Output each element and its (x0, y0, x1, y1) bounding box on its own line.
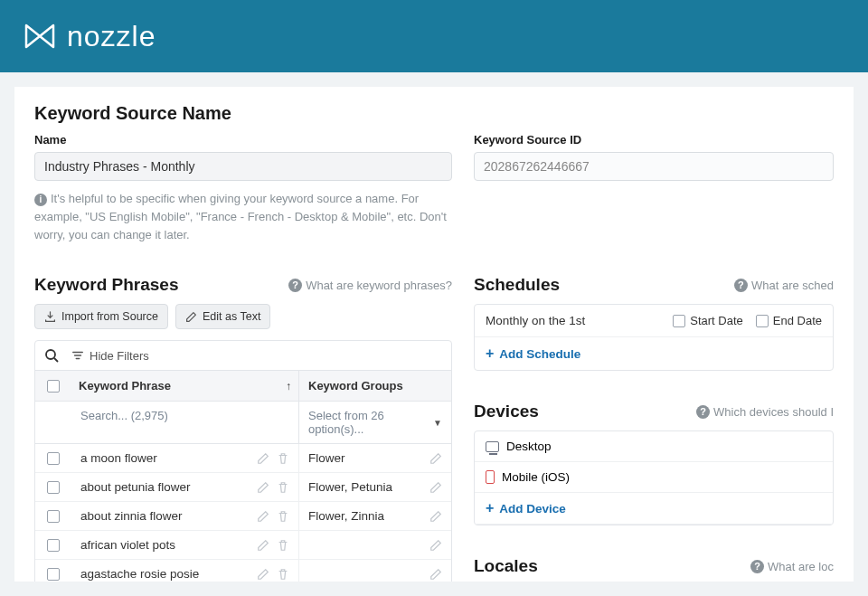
phrases-help[interactable]: ?What are keyword phrases? (288, 279, 452, 292)
name-hint: iIt's helpful to be specific when giving… (34, 190, 452, 244)
delete-row-icon[interactable] (277, 568, 289, 581)
help-icon: ? (734, 279, 748, 292)
phrase-text: african violet pots (80, 538, 175, 552)
help-icon: ? (750, 560, 764, 573)
start-date-checkbox[interactable]: Start Date (673, 314, 743, 327)
edit-row-icon[interactable] (257, 539, 269, 552)
row-checkbox[interactable] (35, 532, 71, 559)
id-label: Keyword Source ID (474, 133, 834, 147)
sort-asc-icon: ↑ (286, 380, 291, 393)
edit-row-icon[interactable] (257, 481, 269, 494)
phrases-title: Keyword Phrases (34, 275, 178, 295)
edit-groups-icon[interactable] (429, 452, 442, 465)
row-checkbox[interactable] (35, 503, 71, 530)
delete-row-icon[interactable] (277, 510, 289, 523)
phrase-text: about zinnia flower (80, 509, 183, 523)
id-input (474, 152, 834, 181)
col-keyword-phrase[interactable]: Keyword Phrase↑ (71, 371, 299, 401)
row-checkbox[interactable] (35, 445, 71, 472)
devices-title: Devices (474, 402, 539, 421)
help-icon: ? (696, 405, 710, 419)
phrases-table: Hide Filters Keyword Phrase↑ Keyword Gro… (34, 340, 452, 582)
info-icon: i (34, 194, 47, 206)
delete-row-icon[interactable] (277, 481, 289, 494)
groups-text: Flower, Petunia (308, 480, 392, 494)
chevron-down-icon: ▼ (433, 418, 442, 428)
edit-groups-icon[interactable] (429, 568, 442, 581)
delete-row-icon[interactable] (277, 539, 289, 552)
schedules-title: Schedules (474, 275, 560, 295)
mobile-icon (486, 470, 495, 484)
table-row: about petunia flowerFlower, Petunia (35, 473, 451, 502)
add-schedule-button[interactable]: +Add Schedule (486, 346, 580, 361)
add-device-button[interactable]: +Add Device (486, 501, 566, 516)
devices-help[interactable]: ?Which devices should I (696, 405, 834, 419)
page-title: Keyword Source Name (34, 103, 834, 124)
groups-text: Flower, Zinnia (308, 509, 384, 523)
search-icon[interactable] (44, 348, 59, 363)
delete-row-icon[interactable] (277, 452, 289, 465)
name-label: Name (34, 133, 452, 147)
hide-filters-button[interactable]: Hide Filters (71, 349, 149, 363)
edit-as-text-button[interactable]: Edit as Text (175, 304, 270, 329)
edit-row-icon[interactable] (257, 510, 269, 523)
device-mobile[interactable]: Mobile (iOS) (475, 462, 833, 493)
device-desktop[interactable]: Desktop (475, 431, 833, 462)
row-checkbox[interactable] (35, 474, 71, 501)
table-row: agastache rosie posie (35, 560, 451, 582)
schedules-help[interactable]: ?What are sched (734, 279, 834, 292)
edit-groups-icon[interactable] (429, 539, 442, 552)
phrase-search-input[interactable]: Search... (2,975) (71, 402, 299, 443)
desktop-icon (486, 441, 499, 452)
plus-icon: + (486, 501, 494, 516)
table-row: a moon flowerFlower (35, 444, 451, 473)
import-icon (44, 311, 56, 323)
phrase-text: a moon flower (80, 451, 157, 465)
table-row: about zinnia flowerFlower, Zinnia (35, 502, 451, 531)
groups-select[interactable]: Select from 26 option(s)...▼ (299, 402, 451, 443)
edit-row-icon[interactable] (257, 568, 269, 581)
schedule-item: Monthly on the 1st (486, 314, 585, 327)
locales-help[interactable]: ?What are loc (750, 560, 834, 573)
row-checkbox[interactable] (35, 561, 71, 582)
groups-text: Flower (308, 451, 345, 465)
plus-icon: + (486, 346, 494, 361)
help-icon: ? (288, 279, 302, 292)
edit-row-icon[interactable] (257, 452, 269, 465)
brand-name: nozzle (67, 20, 156, 53)
name-input[interactable] (34, 152, 452, 181)
app-header: nozzle (0, 0, 868, 72)
import-from-source-button[interactable]: Import from Source (34, 304, 168, 329)
select-all-checkbox[interactable] (35, 371, 71, 401)
col-keyword-groups[interactable]: Keyword Groups (299, 371, 451, 401)
edit-icon (185, 311, 197, 323)
svg-point-0 (46, 350, 55, 359)
table-row: african violet pots (35, 531, 451, 560)
phrase-text: about petunia flower (80, 480, 191, 494)
logo-icon (22, 18, 58, 54)
main-panel: Keyword Source Name Name iIt's helpful t… (14, 87, 854, 582)
locales-title: Locales (474, 556, 538, 576)
phrase-text: agastache rosie posie (80, 567, 199, 581)
brand-logo: nozzle (22, 18, 156, 54)
end-date-checkbox[interactable]: End Date (756, 314, 822, 327)
edit-groups-icon[interactable] (429, 481, 442, 494)
filter-icon (71, 349, 84, 362)
edit-groups-icon[interactable] (429, 510, 442, 523)
